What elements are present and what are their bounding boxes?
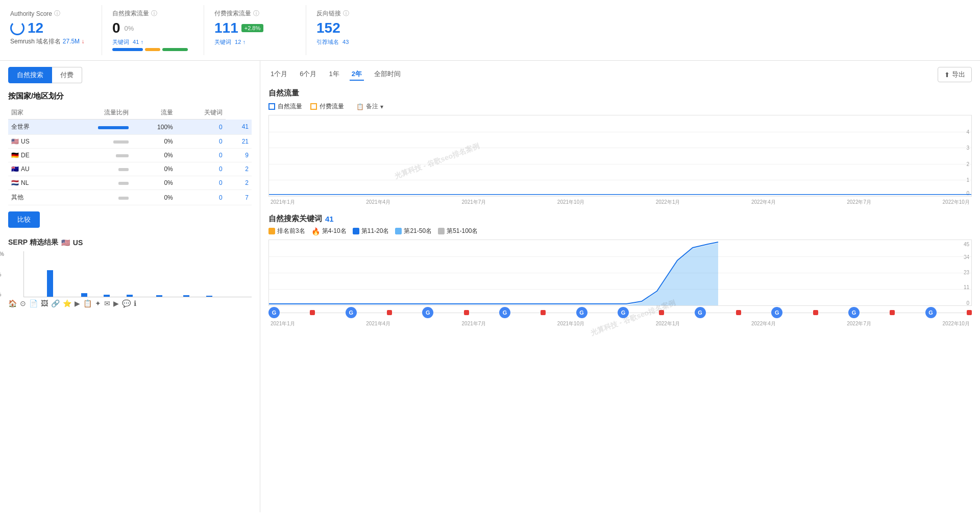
- us-flag-icon: 🇺🇸: [61, 239, 70, 247]
- organic-info-icon[interactable]: ⓘ: [151, 9, 157, 18]
- keywords-value-cell: 21: [226, 135, 252, 149]
- legend-box-paid: [310, 103, 317, 110]
- g-icon-red-7: [813, 310, 818, 315]
- keywords-value-cell: 2: [226, 162, 252, 176]
- g-icon-red-6: [736, 310, 741, 315]
- kw-legend-51-100[interactable]: 第51-100名: [438, 227, 478, 235]
- right-panel: 1个月 6个月 1年 2年 全部时间 ⬆ 导出 自然流量 自然流量: [260, 61, 980, 512]
- kw-legend-21-50[interactable]: 第21-50名: [395, 227, 432, 235]
- table-row: 全世界100%041: [8, 120, 252, 135]
- kw-legend-11-20[interactable]: 第11-20名: [353, 227, 389, 235]
- authority-value: 12: [28, 20, 43, 36]
- kw-box-21-50: [395, 228, 402, 234]
- flag-icon: 🇺🇸: [11, 138, 19, 145]
- traffic-bar-cell: [58, 162, 132, 176]
- kw-chart-wrapper: 45 34 23 11 0: [268, 240, 972, 327]
- legend-organic[interactable]: 自然流量: [268, 102, 302, 111]
- serp-icon-home: 🏠: [8, 299, 17, 307]
- backlinks-value: 152: [316, 20, 340, 36]
- paid-traffic-block: 付费搜索流量 ⓘ 111 +2.8% 关键词 12 ↑: [204, 5, 306, 55]
- left-tab-group[interactable]: 自然搜索 付费: [8, 67, 252, 83]
- mini-bar: [118, 168, 129, 171]
- traffic-bar-cell: [58, 176, 132, 190]
- serp-icon-info: ℹ: [134, 299, 136, 307]
- serp-icon-doc: 📄: [29, 299, 38, 307]
- compare-button[interactable]: 比较: [8, 211, 40, 228]
- notes-chevron: ▾: [380, 103, 383, 110]
- progress-orange: [145, 48, 160, 51]
- tab-paid[interactable]: 付费: [52, 67, 82, 83]
- paid-keywords-sub: 关键词 12 ↑: [214, 38, 296, 46]
- paid-info-icon[interactable]: ⓘ: [253, 9, 259, 18]
- info-icon[interactable]: ⓘ: [54, 9, 60, 18]
- serp-section: SERP 精选结果 🇺🇸 US 16% 8% 0%: [8, 238, 252, 307]
- serp-icon-mail: ✉: [104, 299, 110, 307]
- main-content: 自然搜索 付费 按国家/地区划分 国家 流量比例 流量 关键词 全世界100%0…: [0, 61, 980, 512]
- traffic-value-cell: 0: [176, 120, 226, 135]
- serp-bar-6: [183, 295, 189, 297]
- g-axis-row: G G G G G: [268, 307, 972, 318]
- metrics-bar: Authority Score ⓘ 12 Semrush 域名排名 27.5M …: [0, 0, 980, 61]
- keywords-value-cell: 9: [226, 149, 252, 162]
- serp-bar-1: [47, 270, 53, 297]
- serp-icon-play: ▶: [75, 299, 80, 307]
- traffic-chart-legend: 自然流量 付费流量 📋 备注 ▾: [268, 102, 972, 111]
- traffic-value-cell: 0: [176, 135, 226, 149]
- kw-chart-area: 45 34 23 11 0: [268, 240, 972, 306]
- flag-icon: 🇩🇪: [11, 152, 19, 159]
- serp-icon-chat: 💬: [122, 299, 131, 307]
- serp-icon-star: ⭐: [63, 299, 71, 307]
- traffic-pct-cell: 0%: [132, 176, 176, 190]
- legend-notes[interactable]: 📋 备注 ▾: [356, 102, 383, 111]
- mini-bar: [118, 182, 129, 185]
- traffic-bar-cell: [58, 149, 132, 162]
- tab-organic[interactable]: 自然搜索: [8, 67, 52, 83]
- notes-icon: 📋: [356, 103, 364, 110]
- g-icon-5: G: [576, 307, 587, 318]
- time-tab-1m[interactable]: 1个月: [268, 68, 289, 81]
- kw-box-51-100: [438, 228, 445, 234]
- kw-x-labels: 2021年1月 2021年4月 2021年7月 2021年10月 2022年1月…: [268, 320, 972, 327]
- backlinks-label: 反向链接 ⓘ: [316, 9, 398, 18]
- col-traffic: 流量: [132, 106, 176, 120]
- svg-marker-1: [269, 243, 718, 305]
- paid-traffic-label: 付费搜索流量 ⓘ: [214, 9, 296, 18]
- col-keywords: 关键词: [176, 106, 226, 120]
- authority-score-label: Authority Score ⓘ: [10, 9, 91, 18]
- mini-bar: [116, 154, 129, 157]
- time-tab-2y[interactable]: 2年: [350, 68, 364, 81]
- paid-traffic-value: 111: [214, 20, 238, 36]
- serp-bar-5: [156, 295, 162, 297]
- kw-legend-4-10[interactable]: 🔥 第4-10名: [311, 227, 347, 235]
- country-name-cell: 全世界: [8, 120, 58, 135]
- serp-icon-img: 🖼: [41, 299, 48, 307]
- time-tab-all[interactable]: 全部时间: [372, 68, 403, 81]
- keywords-legend: 排名前3名 🔥 第4-10名 第11-20名 第21-50名 第51-100名: [268, 227, 972, 235]
- legend-paid[interactable]: 付费流量: [310, 102, 344, 111]
- backlinks-info-icon[interactable]: ⓘ: [343, 9, 349, 18]
- authority-score-block: Authority Score ⓘ 12 Semrush 域名排名 27.5M …: [0, 5, 102, 55]
- g-icon-red-8: [890, 310, 895, 315]
- time-tab-1y[interactable]: 1年: [327, 68, 341, 81]
- organic-progress-bar: [112, 48, 193, 51]
- table-row: 🇳🇱NL0%02: [8, 176, 252, 190]
- table-row: 🇺🇸US0%021: [8, 135, 252, 149]
- traffic-value-cell: 0: [176, 162, 226, 176]
- traffic-chart-svg: [269, 115, 971, 196]
- time-tab-group[interactable]: 1个月 6个月 1年 2年 全部时间: [268, 68, 403, 81]
- g-icon-red-9: [967, 310, 972, 315]
- col-traffic-pct: 流量比例: [58, 106, 132, 120]
- traffic-value-cell: 0: [176, 190, 226, 205]
- paid-traffic-badge: +2.8%: [241, 24, 264, 32]
- g-icon-red-3: [464, 310, 469, 315]
- progress-blue: [112, 48, 143, 51]
- traffic-pct-cell: 0%: [132, 149, 176, 162]
- export-button[interactable]: ⬆ 导出: [938, 67, 972, 82]
- kw-legend-top3[interactable]: 排名前3名: [268, 227, 305, 235]
- serp-bar-3: [104, 295, 110, 297]
- serp-chart: [23, 251, 252, 297]
- traffic-bar-cell: [58, 135, 132, 149]
- traffic-pct-cell: 0%: [132, 190, 176, 205]
- time-tab-6m[interactable]: 6个月: [298, 68, 318, 81]
- keywords-value-cell: 7: [226, 190, 252, 205]
